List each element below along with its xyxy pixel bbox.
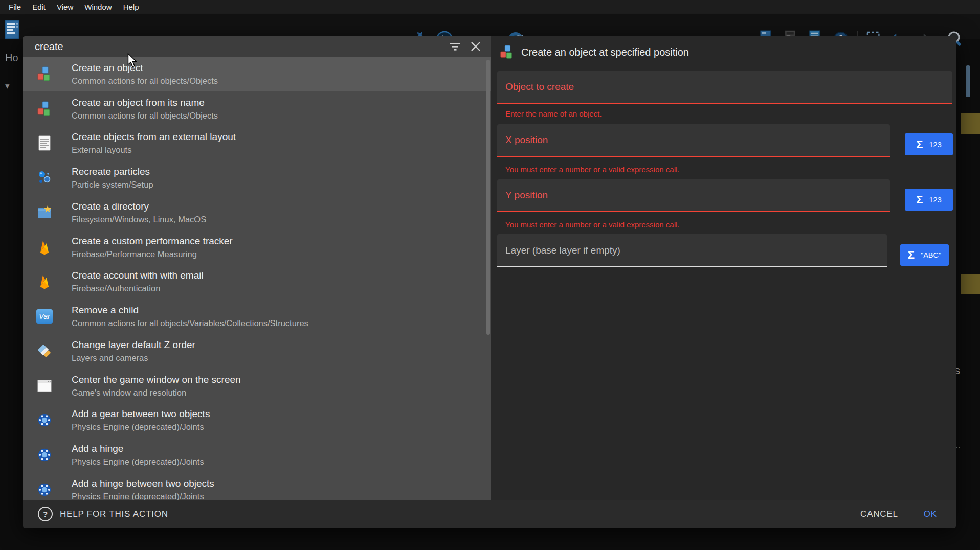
action-title: Add a hinge between two objects [72,478,214,489]
physics-joint-icon [36,446,53,464]
action-title: Create account with with email [72,270,204,281]
list-item[interactable]: Add a hinge between two objects Physics … [23,472,491,500]
firebase-flame-icon [36,273,53,290]
y-position-placeholder: Y position [505,190,548,201]
list-item[interactable]: Add a gear between two objects Physics E… [23,403,491,438]
x-position-placeholder: X position [505,134,548,146]
action-title: Center the game window on the screen [72,375,241,385]
window-icon [36,377,53,395]
search-input[interactable] [35,36,434,57]
x-expression-button[interactable]: Σ 123 [905,133,953,155]
action-config-panel: Create an object at specified position O… [491,36,956,500]
ok-button[interactable]: OK [924,509,937,519]
action-config-title: Create an object at specified position [521,47,689,58]
close-icon[interactable] [469,40,483,53]
x-field-error: You must enter a number or a valid expre… [505,165,679,174]
object-to-create-field[interactable]: Object to create [497,71,952,104]
physics-joint-icon [36,411,53,429]
variable-badge-icon: Var [36,308,53,325]
home-tab-fragment: Ho [5,52,18,64]
list-item[interactable]: Create an object from its name Common ac… [23,91,491,126]
action-subtitle: Filesystem/Windows, Linux, MacOS [72,215,206,224]
action-title: Remove a child [72,305,308,315]
y-position-field[interactable]: Y position [497,179,890,212]
action-subtitle: Physics Engine (deprecated)/Joints [72,457,204,466]
menu-bar: File Edit View Window Help [0,0,980,14]
action-subtitle: Firebase/Performance Measuring [72,249,233,259]
particles-icon [36,169,53,187]
list-item[interactable]: Create objects from an external layout E… [23,126,491,161]
objects-cubes-icon [499,44,515,60]
folder-star-icon [36,204,53,221]
dialog-footer: ? HELP FOR THIS ACTION CANCEL OK [23,500,956,528]
menu-window[interactable]: Window [79,3,117,11]
list-item[interactable]: Var Remove a child Common actions for al… [23,299,491,334]
y-expression-button[interactable]: Σ 123 [905,189,953,211]
action-subtitle: Common actions for all objects/Objects [72,111,218,120]
action-title: Create an object [72,63,218,73]
action-subtitle: Layers and cameras [72,353,195,362]
list-item[interactable]: Change layer default Z order Layers and … [23,334,491,369]
physics-joint-icon [36,481,53,498]
sigma-icon: Σ [908,249,915,261]
action-title: Create a custom performance tracker [72,236,233,246]
object-to-create-placeholder: Object to create [505,81,574,93]
object-field-error: Enter the name of an object. [505,109,602,118]
objects-cubes-icon [36,100,53,118]
background-panel-fragment [961,274,980,294]
objects-cubes-icon [36,65,53,83]
action-subtitle: Particle system/Setup [72,180,153,189]
action-title: Create an object from its name [72,98,218,108]
action-title: Create objects from an external layout [72,132,236,142]
action-title: Change layer default Z order [72,340,195,350]
sigma-icon: Σ [916,139,923,150]
action-subtitle: Physics Engine (deprecated)/Joints [72,422,210,431]
action-title: Recreate particles [72,167,153,177]
action-subtitle: Game's window and resolution [72,388,241,397]
list-item[interactable]: Create a custom performance tracker Fire… [23,230,491,265]
filter-icon[interactable] [448,40,462,53]
project-manager-icon[interactable] [4,18,20,40]
background-scrollbar[interactable] [966,65,970,97]
menu-edit[interactable]: Edit [27,3,51,11]
menu-view[interactable]: View [51,3,79,11]
action-title: Add a hinge [72,444,204,454]
action-results-list: Create an object Common actions for all … [23,57,491,500]
help-for-this-action-button[interactable]: ? HELP FOR THIS ACTION [38,507,168,521]
y-field-error: You must enter a number or a valid expre… [505,220,679,229]
action-subtitle: External layouts [72,145,236,154]
action-title: Add a gear between two objects [72,409,210,419]
list-scrollbar[interactable] [486,60,490,335]
help-icon: ? [38,507,53,521]
menu-file[interactable]: File [3,3,27,11]
list-item[interactable]: Create an object Common actions for all … [23,57,491,91]
action-subtitle: Common actions for all objects/Variables… [72,318,308,328]
external-layout-document-icon [36,134,53,152]
instruction-editor-dialog: Create an object Common actions for all … [23,36,956,528]
action-title: Create a directory [72,201,206,212]
list-item[interactable]: Center the game window on the screen Gam… [23,369,491,403]
search-bar [23,36,491,57]
action-subtitle: Common actions for all objects/Objects [72,76,218,85]
cancel-button[interactable]: CANCEL [860,509,898,519]
list-item[interactable]: Create a directory Filesystem/Windows, L… [23,195,491,230]
layer-eraser-icon [36,342,53,360]
list-item[interactable]: Recreate particles Particle system/Setup [23,161,491,195]
chevron-down-icon[interactable]: ▾ [5,81,10,91]
action-subtitle: Firebase/Authentication [72,284,204,293]
background-panel-fragment [961,113,980,134]
layer-placeholder: Layer (base layer if empty) [505,245,620,256]
x-position-field[interactable]: X position [497,124,890,157]
firebase-flame-icon [36,239,53,256]
layer-expression-button[interactable]: Σ "ABC" [900,244,949,266]
sigma-icon: Σ [916,194,923,205]
action-subtitle: Physics Engine (deprecated)/Joints [72,492,214,500]
action-search-panel: Create an object Common actions for all … [23,36,491,500]
menu-help[interactable]: Help [118,3,145,11]
toolbar: PREVIEW PUBLISH [0,14,980,39]
layer-field[interactable]: Layer (base layer if empty) [497,234,887,267]
list-item[interactable]: Add a hinge Physics Engine (deprecated)/… [23,438,491,472]
list-item[interactable]: Create account with with email Firebase/… [23,265,491,300]
